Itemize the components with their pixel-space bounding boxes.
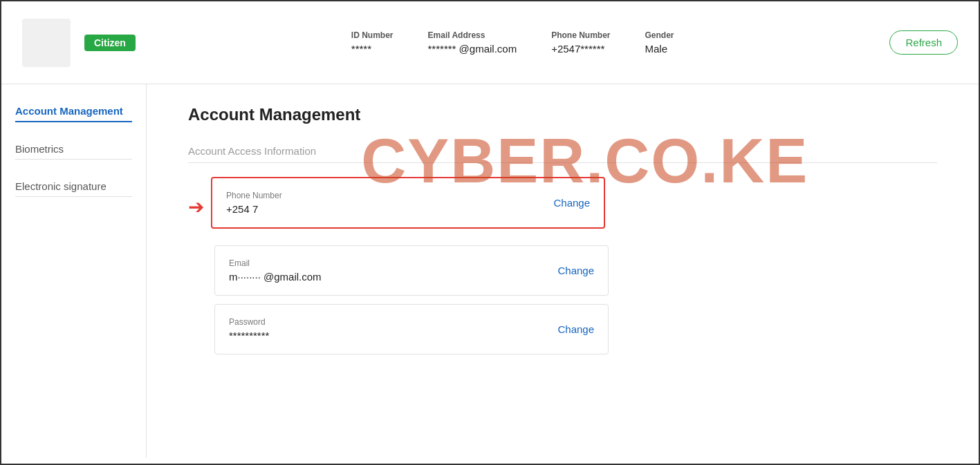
- arrow-icon: ➔: [188, 198, 204, 217]
- email-address-label: Email Address: [428, 30, 517, 40]
- email-field-value: m········ @gmail.com: [229, 271, 322, 283]
- password-field-value: **********: [229, 330, 269, 341]
- sidebar-item-biometrics[interactable]: Biometrics: [15, 143, 132, 160]
- sidebar-item-account-management[interactable]: Account Management: [15, 105, 132, 122]
- sidebar: Account Management Biometrics Electronic…: [1, 84, 147, 457]
- gender-field: Gender Male: [645, 30, 674, 55]
- top-bar-left: Citizen: [22, 19, 136, 67]
- sidebar-item-electronic-signature[interactable]: Electronic signature: [15, 180, 132, 197]
- password-field-label: Password: [229, 317, 269, 327]
- main-layout: Account Management Biometrics Electronic…: [1, 84, 979, 457]
- top-bar: Citizen ID Number ***** Email Address **…: [1, 1, 979, 84]
- phone-number-field: Phone Number +2547******: [551, 30, 610, 55]
- phone-change-button[interactable]: Change: [553, 197, 590, 209]
- password-row-left: Password **********: [229, 317, 269, 341]
- email-domain-value: @gmail.com: [264, 271, 322, 283]
- phone-number-value: +2547******: [551, 43, 610, 55]
- phone-number-label: Phone Number: [551, 30, 610, 40]
- password-change-button[interactable]: Change: [557, 323, 594, 335]
- email-masked-value: m········: [229, 271, 261, 283]
- phone-field-value: +254 7: [226, 203, 282, 215]
- email-row-wrapper: Email m········ @gmail.com Change: [188, 245, 937, 296]
- content-area: CYBER.CO.KE Account Management Account A…: [147, 84, 979, 457]
- id-number-value: *****: [351, 43, 394, 55]
- id-number-label: ID Number: [351, 30, 394, 40]
- refresh-button[interactable]: Refresh: [889, 30, 958, 55]
- page-title: Account Management: [188, 105, 937, 124]
- phone-row-left: Phone Number +254 7: [226, 191, 282, 215]
- email-address-field: Email Address ******* @gmail.com: [428, 30, 517, 55]
- phone-number-row: Phone Number +254 7 Change: [211, 177, 605, 229]
- password-row: Password ********** Change: [214, 304, 609, 354]
- email-field-label: Email: [229, 258, 322, 268]
- top-bar-info: ID Number ***** Email Address ******* @g…: [351, 30, 674, 55]
- phone-field-label: Phone Number: [226, 191, 282, 200]
- email-change-button[interactable]: Change: [557, 265, 594, 276]
- avatar: [22, 19, 71, 67]
- citizen-badge: Citizen: [84, 35, 136, 51]
- email-row: Email m········ @gmail.com Change: [214, 245, 609, 296]
- password-row-wrapper: Password ********** Change: [188, 304, 937, 354]
- gender-value: Male: [645, 43, 674, 55]
- email-address-value: ******* @gmail.com: [428, 43, 517, 55]
- phone-row-container: ➔ Phone Number +254 7 Change: [188, 177, 937, 237]
- id-number-field: ID Number *****: [351, 30, 394, 55]
- email-row-left: Email m········ @gmail.com: [229, 258, 322, 283]
- email-domain: @gmail.com: [459, 43, 517, 55]
- email-masked: *******: [428, 43, 456, 55]
- section-heading: Account Access Information: [188, 145, 937, 163]
- gender-label: Gender: [645, 30, 674, 40]
